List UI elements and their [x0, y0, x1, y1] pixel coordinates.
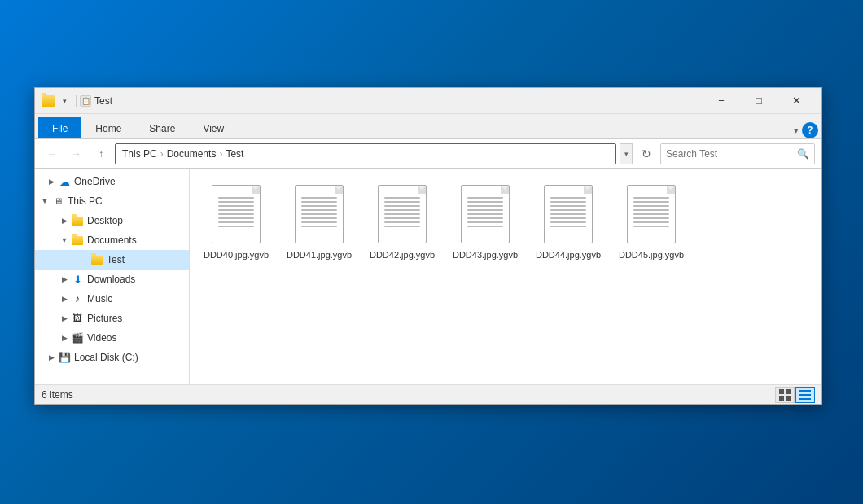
sidebar-item-documents[interactable]: ▼ Documents [35, 230, 189, 250]
svg-rect-1 [786, 389, 791, 394]
doc-line [550, 213, 586, 215]
sidebar-item-pictures[interactable]: ▶ 🖼 Pictures [35, 309, 189, 328]
desktop-folder-icon [71, 214, 84, 227]
svg-rect-3 [786, 396, 791, 401]
doc-line [218, 209, 254, 211]
doc-icon [627, 185, 676, 243]
doc-line [467, 221, 503, 223]
item-count: 6 items [42, 389, 775, 401]
file-item[interactable]: DDD40.jpg.ygvb [199, 178, 273, 264]
sidebar-label-this-pc: This PC [68, 195, 103, 207]
sidebar-label-videos: Videos [87, 332, 116, 344]
videos-icon: 🎬 [71, 331, 84, 344]
svg-rect-2 [779, 396, 784, 401]
expand-icon-onedrive: ▶ [45, 175, 58, 188]
sidebar-item-onedrive[interactable]: ▶ ☁ OneDrive [35, 172, 189, 191]
ribbon-expand-icon[interactable]: ▾ [794, 125, 799, 136]
doc-line [384, 197, 420, 199]
doc-line [218, 226, 254, 227]
path-test[interactable]: Test [226, 148, 243, 160]
doc-line [550, 217, 586, 219]
path-documents[interactable]: Documents [167, 148, 217, 160]
doc-line [550, 197, 586, 199]
sidebar-item-downloads[interactable]: ▶ ⬇ Downloads [35, 270, 189, 289]
doc-line [467, 217, 503, 219]
doc-line [384, 221, 420, 223]
tab-share[interactable]: Share [135, 117, 189, 138]
list-view-button[interactable] [795, 387, 815, 403]
downloads-icon: ⬇ [71, 273, 84, 286]
address-path[interactable]: This PC › Documents › Test [115, 143, 616, 164]
expand-icon-desktop: ▶ [58, 214, 71, 227]
doc-line [633, 201, 669, 203]
doc-icon [544, 185, 593, 243]
doc-line [467, 205, 503, 207]
doc-line [384, 217, 420, 219]
doc-icon [378, 185, 427, 243]
minimize-button[interactable]: − [703, 88, 740, 114]
sidebar-item-test[interactable]: ▶ Test [35, 250, 189, 270]
doc-icon [295, 185, 344, 243]
tab-home[interactable]: Home [81, 117, 135, 138]
search-input[interactable] [666, 148, 794, 160]
doc-line [633, 205, 669, 207]
help-button[interactable]: ? [802, 122, 818, 138]
title-bar-left: ▾ 📋 [42, 93, 91, 109]
doc-line [218, 197, 254, 199]
file-label: DDD42.jpg.ygvb [370, 250, 435, 261]
sidebar-item-local-disk[interactable]: ▶ 💾 Local Disk (C:) [35, 348, 189, 367]
qat-btn-1[interactable]: ▾ [56, 93, 72, 109]
doc-line [301, 209, 337, 211]
doc-line [218, 217, 254, 219]
doc-line [218, 205, 254, 207]
forward-button[interactable]: → [66, 143, 87, 164]
doc-line [550, 226, 586, 227]
address-dropdown[interactable]: ▾ [620, 143, 633, 164]
close-button[interactable]: ✕ [778, 88, 815, 114]
list-icon [799, 389, 811, 401]
doc-line [301, 213, 337, 215]
svg-rect-6 [799, 398, 811, 400]
file-item[interactable]: DDD45.jpg.ygvb [615, 178, 688, 264]
grid-icon [779, 389, 791, 401]
grid-view-button[interactable] [775, 387, 795, 403]
file-label: DDD45.jpg.ygvb [619, 250, 684, 261]
sidebar-label-desktop: Desktop [87, 215, 123, 226]
status-bar: 6 items [35, 384, 821, 404]
back-button[interactable]: ← [42, 143, 63, 164]
doc-line [384, 226, 420, 227]
onedrive-icon: ☁ [58, 175, 71, 188]
path-this-pc[interactable]: This PC [122, 148, 157, 160]
file-item[interactable]: DDD41.jpg.ygvb [283, 178, 356, 264]
file-label: DDD43.jpg.ygvb [453, 250, 518, 261]
sidebar-label-onedrive: OneDrive [74, 176, 116, 187]
tab-view[interactable]: View [189, 117, 238, 138]
doc-line [467, 213, 503, 215]
sidebar-item-videos[interactable]: ▶ 🎬 Videos [35, 328, 189, 348]
doc-line [301, 221, 337, 223]
doc-line [633, 221, 669, 223]
sidebar-item-music[interactable]: ▶ ♪ Music [35, 289, 189, 309]
refresh-button[interactable]: ↻ [636, 143, 657, 164]
sidebar-item-desktop[interactable]: ▶ Desktop [35, 211, 189, 230]
file-icon-container [373, 182, 432, 247]
sidebar-label-local-disk: Local Disk (C:) [74, 352, 138, 363]
file-item[interactable]: DDD43.jpg.ygvb [449, 178, 522, 264]
file-item[interactable]: DDD42.jpg.ygvb [366, 178, 439, 264]
tab-file[interactable]: File [38, 117, 81, 138]
search-box: 🔍 [660, 143, 815, 164]
file-label: DDD44.jpg.ygvb [536, 250, 601, 261]
doc-line [384, 213, 420, 215]
file-item[interactable]: DDD44.jpg.ygvb [532, 178, 605, 264]
maximize-button[interactable]: □ [740, 88, 778, 114]
sidebar-label-test: Test [107, 254, 125, 265]
doc-line [550, 221, 586, 223]
doc-line [633, 197, 669, 199]
test-folder-icon [90, 253, 103, 266]
sidebar-item-this-pc[interactable]: ▼ 🖥 This PC [35, 191, 189, 211]
up-button[interactable]: ↑ [90, 143, 112, 164]
doc-line [467, 201, 503, 203]
sidebar-label-documents: Documents [87, 234, 137, 246]
doc-line [301, 226, 337, 227]
search-icon[interactable]: 🔍 [797, 148, 809, 160]
